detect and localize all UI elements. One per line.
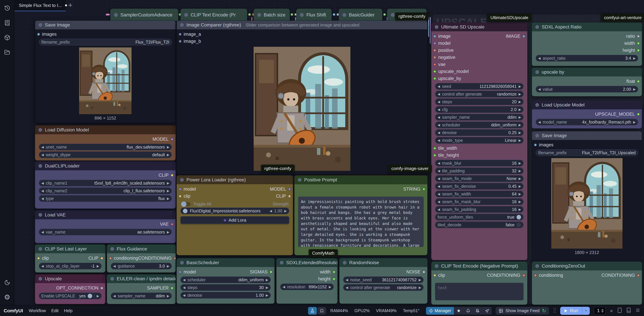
widget-sampler-name[interactable]: ◀sampler_nameddim▶ (111, 293, 172, 299)
widget-unet-name[interactable]: ◀unet_nameflux_dev.safetensors▶ (39, 144, 172, 150)
collapse-dot-icon[interactable] (38, 23, 42, 27)
decrement-arrow-icon[interactable]: ◀ (438, 84, 440, 88)
vae-input-port[interactable] (433, 63, 436, 66)
node-sdxl-aspect-ratio[interactable]: SDXL Aspect Ratioratiowidthheight◀aspect… (532, 22, 642, 66)
node-clip-set-last-layer[interactable]: CLIP Set Last LayerclipCLIP◀stop_at_clip… (35, 244, 106, 273)
port-dot[interactable] (248, 13, 251, 16)
node-upscale-by[interactable]: upscale byfloat◀value2.00▶ (532, 68, 642, 96)
increment-arrow-icon[interactable]: ▶ (266, 293, 268, 297)
widget-seam-fix-mask-blur[interactable]: ◀seam_fix_mask_blur16▶ (435, 198, 524, 205)
increment-arrow-icon[interactable]: ▶ (167, 189, 169, 193)
settings-gear-icon[interactable]: ⚙ (4, 294, 11, 301)
increment-arrow-icon[interactable]: ▶ (518, 184, 521, 188)
menu-icon[interactable] (635, 308, 640, 314)
widget-sampler-name[interactable]: ◀sampler_nameddim▶ (435, 114, 524, 121)
toggle-enable-upscale[interactable]: Enable UPSCALEyes▶ (39, 293, 102, 299)
collapse-dot-icon[interactable] (343, 261, 346, 265)
decrement-arrow-icon[interactable]: ◀ (41, 145, 44, 149)
collapse-dot-icon[interactable] (435, 25, 438, 29)
increment-arrow-icon[interactable]: ▶ (518, 123, 521, 127)
widget-clip-name2[interactable]: ◀clip_name2clip_l_flux.safetensors▶ (39, 187, 172, 194)
flask-icon[interactable] (308, 307, 317, 315)
collapse-dot[interactable] (114, 13, 118, 17)
decrement-arrow-icon[interactable]: ◀ (183, 293, 186, 297)
widget-resolution[interactable]: ◀resolution896x1152▶ (280, 284, 334, 290)
decrement-arrow-icon[interactable]: ◀ (438, 169, 440, 173)
decrement-arrow-icon[interactable]: ◀ (438, 161, 440, 165)
lora-row[interactable]: Flux\Digital_Impressionist.safetensors◀1… (180, 207, 289, 214)
add-lora-button[interactable]: +Add Lora (180, 216, 289, 224)
increment-arrow-icon[interactable]: ▶ (518, 108, 521, 112)
node-sdxl-extended-resolution[interactable]: SDXLExtendedResolutionwidthheight◀resolu… (276, 258, 338, 304)
conditioning-output-port[interactable] (174, 257, 176, 260)
increment-arrow-icon[interactable]: ▶ (518, 100, 521, 104)
float-output-port[interactable] (637, 80, 640, 83)
widget-weight-dtype[interactable]: ◀weight_dtypedefault▶ (39, 151, 172, 158)
share-icon[interactable] (482, 307, 492, 315)
widget-denoise[interactable]: ◀denoise0.25▶ (435, 129, 524, 136)
port-dot[interactable] (383, 13, 386, 16)
decrement-arrow-icon[interactable]: ◀ (438, 192, 440, 196)
history-icon[interactable] (4, 4, 11, 12)
show-image-feed-toggle[interactable]: Show Image Feed ↻ (496, 307, 549, 315)
toggle-knob[interactable] (88, 294, 92, 298)
increment-arrow-icon[interactable]: ▶ (633, 56, 636, 60)
increment-arrow-icon[interactable]: ▶ (518, 115, 521, 119)
increment-arrow-icon[interactable]: ▶ (518, 169, 521, 173)
image-a-input-port[interactable] (179, 33, 182, 36)
collapse-dot[interactable] (391, 13, 394, 17)
upscale-model-output-port[interactable] (637, 113, 640, 116)
decrement-arrow-icon[interactable]: ◀ (113, 294, 116, 298)
increment-arrow-icon[interactable]: ▶ (418, 278, 421, 282)
toggle-knob[interactable] (181, 201, 186, 207)
upscale-by-input-port[interactable] (433, 77, 436, 80)
bell-alert-icon[interactable] (473, 307, 482, 315)
collapse-dot[interactable] (257, 13, 261, 17)
folder-open-icon[interactable] (4, 49, 11, 56)
clip-output-port[interactable] (171, 174, 174, 177)
decrement-arrow-icon[interactable]: ◀ (41, 181, 44, 185)
collapse-dot-icon[interactable] (535, 103, 539, 107)
images-input-port[interactable] (534, 144, 537, 146)
node-flux-shift[interactable]: Flux Shift (296, 9, 332, 21)
toggle-knob[interactable] (516, 223, 521, 227)
widget-seam-fix-denoise[interactable]: ◀seam_fix_denoise0.45▶ (435, 183, 524, 190)
node-save-image-upscaled[interactable]: Save Imageimagesfilename_prefixFlux_T2I/… (532, 131, 642, 264)
increment-arrow-icon[interactable]: ▶ (167, 197, 169, 200)
node-power-lora-loader[interactable]: Power Lora Loader (rgthree)modelMODELcli… (176, 175, 293, 255)
model-output-port[interactable] (171, 138, 174, 141)
decrement-arrow-icon[interactable]: ◀ (438, 177, 440, 180)
positive-input-port[interactable] (433, 49, 436, 52)
decrement-arrow-icon[interactable]: ◀ (41, 197, 44, 200)
manager-button[interactable]: Manager (426, 307, 454, 315)
node-canvas[interactable]: UPSCALE SamplerCustomAdvance CLIP Text E… (0, 0, 644, 305)
decrement-arrow-icon[interactable]: ◀ (438, 200, 440, 204)
decrement-arrow-icon[interactable]: ◀ (438, 123, 440, 127)
node-random-noise[interactable]: RandomNoiseNOISE◀noise_seed3611217409877… (339, 258, 428, 304)
drag-handle[interactable] (553, 308, 556, 314)
lora-strength[interactable]: ◀1.00▶ (270, 208, 287, 213)
widget-scheduler[interactable]: ◀schedulerddim_uniform▶ (180, 276, 271, 283)
decrement-arrow-icon[interactable]: ◀ (41, 230, 44, 234)
decrement-arrow-icon[interactable]: ◀ (438, 108, 440, 112)
collapse-dot-icon[interactable] (535, 264, 539, 268)
decrement-arrow-icon[interactable]: ◀ (438, 92, 440, 96)
node-batch-size[interactable]: Batch size (254, 9, 290, 21)
decrement-arrow-icon[interactable]: ◀ (438, 207, 440, 211)
upscale-model-input-port[interactable] (433, 70, 436, 73)
conditioning-input-port[interactable] (534, 274, 537, 277)
node-upscale-switch[interactable]: UpscaleOPT_CONNECTIONEnable UPSCALEyes▶ (35, 274, 106, 304)
images-input-port[interactable] (37, 33, 40, 36)
menu-edit[interactable]: Edit (51, 308, 58, 313)
node-flux-guidance[interactable]: Flux GuidanceconditioningCONDITIONING◀gu… (107, 244, 176, 273)
close-icon[interactable]: × (610, 308, 613, 314)
collapse-dot-icon[interactable] (535, 70, 539, 74)
decrement-arrow-icon[interactable]: ◀ (270, 209, 272, 213)
workflows-icon[interactable] (4, 19, 11, 26)
collapse-dot-icon[interactable] (280, 261, 284, 265)
queue-panel-icon[interactable] (617, 308, 622, 314)
decrement-arrow-icon[interactable]: ◀ (538, 87, 541, 91)
decrement-arrow-icon[interactable]: ◀ (183, 286, 186, 290)
collapse-dot-icon[interactable] (38, 277, 42, 281)
widget-seam-fix-padding[interactable]: ◀seam_fix_padding16▶ (435, 206, 524, 213)
